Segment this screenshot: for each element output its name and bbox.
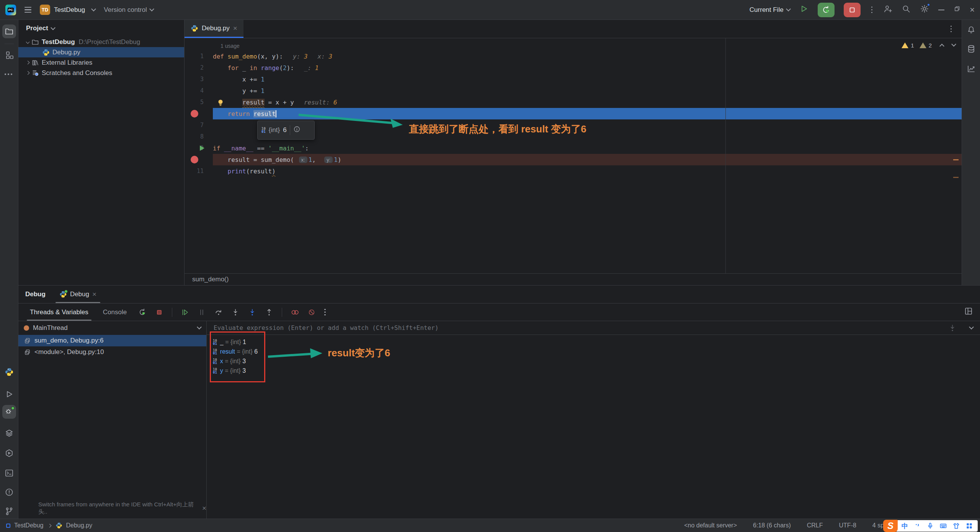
- line-number[interactable]: 2: [185, 62, 213, 73]
- tab-debug-py[interactable]: Debug.py ×: [185, 20, 243, 38]
- code-text[interactable]: [213, 119, 962, 131]
- code-line-9[interactable]: 9if __name__ == '__main__':: [185, 142, 962, 154]
- notifications-bell-icon[interactable]: [967, 25, 976, 34]
- services-tool-icon[interactable]: [5, 429, 14, 438]
- tab-threads-variables[interactable]: Threads & Variables: [25, 304, 93, 321]
- code-with-me-icon[interactable]: [883, 4, 892, 15]
- line-number[interactable]: 11: [185, 165, 213, 177]
- main-menu-icon[interactable]: [24, 7, 31, 13]
- more-tool-windows-icon[interactable]: [5, 73, 14, 83]
- window-minimize-button[interactable]: [938, 10, 944, 10]
- window-close-button[interactable]: ×: [970, 6, 975, 14]
- breakpoint-icon[interactable]: [185, 108, 213, 119]
- code-text[interactable]: result = x + yresult: 6: [213, 96, 962, 108]
- line-number[interactable]: 7: [185, 119, 213, 131]
- inspections-widget[interactable]: 1 2: [902, 42, 956, 49]
- usages-hint[interactable]: 1 usage: [185, 38, 962, 51]
- tree-item-scratches[interactable]: Scratches and Consoles: [18, 68, 184, 78]
- code-line-10[interactable]: result = sum_demo( x:1, y:1): [185, 154, 962, 165]
- resume-icon[interactable]: [179, 307, 191, 318]
- code-text[interactable]: def sum_demo(x, y):y: 3x: 3: [213, 51, 962, 62]
- code-editor[interactable]: 1 usage 1def sum_demo(x, y):y: 3x: 32 fo…: [185, 38, 962, 273]
- line-number[interactable]: 1: [185, 51, 213, 62]
- ime-language-toggle[interactable]: 中: [902, 522, 908, 530]
- status-file[interactable]: Debug.py: [66, 522, 93, 529]
- code-text[interactable]: [213, 131, 962, 142]
- breadcrumb-function[interactable]: sum_demo(): [192, 276, 229, 283]
- breakpoint-icon[interactable]: [191, 156, 198, 163]
- layout-settings-icon[interactable]: [964, 307, 973, 318]
- tab-close-icon[interactable]: ×: [233, 24, 237, 33]
- run-button[interactable]: [799, 4, 808, 15]
- plots-tool-icon[interactable]: [967, 64, 976, 73]
- frame-row[interactable]: <module>, Debug.py:10: [18, 346, 206, 358]
- tree-item-external-libraries[interactable]: External Libraries: [18, 57, 184, 68]
- chevron-down-icon[interactable]: [969, 325, 974, 330]
- ime-toolbox-icon[interactable]: [965, 522, 973, 530]
- tab-console[interactable]: Console: [98, 304, 131, 321]
- code-text[interactable]: return result: [213, 108, 962, 119]
- line-number[interactable]: 5: [185, 96, 213, 108]
- code-line-6[interactable]: return result: [185, 108, 962, 119]
- code-line-1[interactable]: 1def sum_demo(x, y):y: 3x: 3: [185, 51, 962, 62]
- toolbar-more-icon[interactable]: [323, 307, 327, 317]
- mute-breakpoints-icon[interactable]: [306, 307, 317, 318]
- python-packages-tool-icon[interactable]: [5, 367, 14, 377]
- debug-tool-button[interactable]: [2, 405, 16, 419]
- next-problem-icon[interactable]: [951, 42, 956, 47]
- frame-row[interactable]: sum_demo, Debug.py:6: [18, 335, 206, 346]
- status-project[interactable]: TestDebug: [14, 522, 44, 529]
- thread-selector[interactable]: MainThread: [18, 321, 206, 335]
- variable-row[interactable]: 1001y = {int} 3: [207, 366, 980, 375]
- terminal-tool-icon[interactable]: [5, 468, 14, 478]
- step-into-icon[interactable]: [230, 307, 241, 318]
- add-watch-icon[interactable]: [948, 324, 957, 332]
- line-number-with-run[interactable]: 9: [185, 142, 213, 154]
- variable-row[interactable]: 1001_ = {int} 1: [207, 337, 980, 347]
- ime-keyboard-icon[interactable]: [939, 522, 947, 530]
- code-line-4[interactable]: 4 y += 1: [185, 85, 962, 96]
- breakpoint-icon[interactable]: [185, 154, 213, 165]
- force-step-into-icon[interactable]: [247, 307, 258, 318]
- code-text[interactable]: x += 1: [213, 73, 962, 85]
- project-widget[interactable]: TD TestDebug: [40, 5, 95, 15]
- ime-skin-icon[interactable]: [952, 522, 960, 530]
- structure-tool-icon[interactable]: [5, 51, 14, 60]
- run-gutter-icon[interactable]: [200, 145, 204, 151]
- intention-bulb-icon[interactable]: [216, 98, 225, 107]
- line-number[interactable]: 3: [185, 73, 213, 85]
- code-text[interactable]: for _ in range(2):_: 1: [213, 62, 962, 73]
- info-icon[interactable]: [293, 126, 301, 135]
- tree-item-file-selected[interactable]: Debug.py: [18, 47, 184, 57]
- stop-icon[interactable]: [154, 307, 165, 318]
- python-console-tool-icon[interactable]: [5, 449, 14, 458]
- rerun-icon[interactable]: [137, 307, 148, 318]
- database-tool-icon[interactable]: [967, 44, 976, 54]
- breakpoint-icon[interactable]: [191, 110, 198, 117]
- sogou-logo-icon[interactable]: S: [883, 520, 898, 532]
- code-text[interactable]: print(result): [213, 165, 962, 177]
- status-widget[interactable]: 6:18 (6 chars): [753, 522, 791, 529]
- search-everywhere-icon[interactable]: [902, 4, 911, 15]
- code-line-11[interactable]: 11 print(result): [185, 165, 962, 177]
- code-line-5[interactable]: 5 result = x + yresult: 6: [185, 96, 962, 108]
- line-number[interactable]: 8: [185, 131, 213, 142]
- evaluate-expression-field[interactable]: Evaluate expression (Enter) or add a wat…: [207, 321, 980, 335]
- vcs-widget[interactable]: Version control: [104, 6, 153, 14]
- code-line-3[interactable]: 3 x += 1: [185, 73, 962, 85]
- tree-item-root[interactable]: TestDebug D:\Project\TestDebug: [18, 37, 184, 47]
- variable-row[interactable]: 1001result = {int} 6: [207, 347, 980, 356]
- line-number[interactable]: 4: [185, 85, 213, 96]
- project-panel-header[interactable]: Project: [18, 20, 184, 37]
- run-configuration-selector[interactable]: Current File: [750, 6, 790, 14]
- ime-voice-icon[interactable]: [926, 522, 934, 530]
- status-widget[interactable]: UTF-8: [839, 522, 856, 529]
- more-actions-icon[interactable]: [870, 5, 874, 15]
- status-widget[interactable]: <no default server>: [684, 522, 737, 529]
- prev-problem-icon[interactable]: [939, 44, 944, 49]
- status-widget[interactable]: CRLF: [807, 522, 823, 529]
- debug-session-tab[interactable]: Debug ×: [56, 286, 100, 303]
- window-restore-button[interactable]: [954, 5, 960, 14]
- breadcrumbs-bar[interactable]: sum_demo(): [185, 273, 962, 285]
- code-text[interactable]: result = sum_demo( x:1, y:1): [213, 154, 962, 165]
